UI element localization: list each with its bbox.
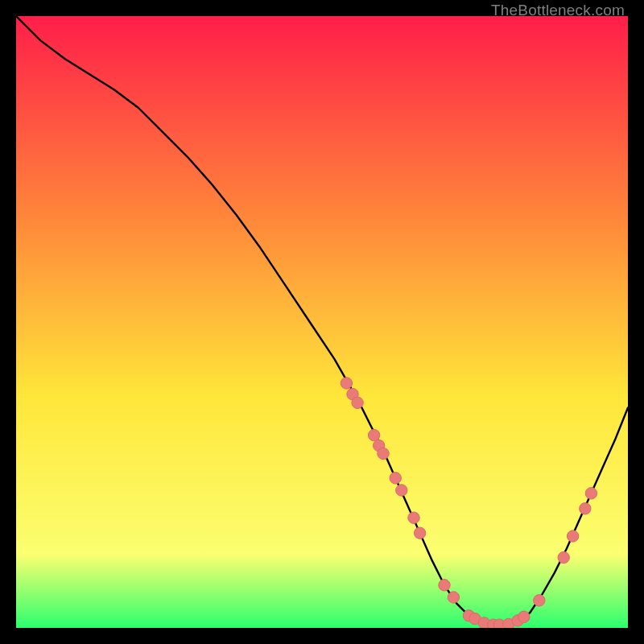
data-marker (534, 595, 545, 606)
data-marker (352, 397, 363, 408)
data-marker (558, 551, 569, 563)
data-marker (390, 473, 401, 484)
data-marker (368, 429, 379, 440)
data-marker (567, 530, 578, 542)
data-marker (585, 488, 597, 499)
data-marker (448, 592, 459, 603)
data-marker (518, 611, 530, 622)
data-marker (378, 448, 389, 459)
bottleneck-chart (16, 16, 628, 628)
data-marker (408, 512, 419, 523)
gradient-background (16, 16, 628, 628)
data-marker (396, 485, 407, 496)
data-marker (439, 580, 450, 591)
chart-frame (16, 16, 628, 628)
data-marker (580, 503, 591, 514)
data-marker (414, 527, 425, 539)
data-marker (341, 378, 352, 389)
